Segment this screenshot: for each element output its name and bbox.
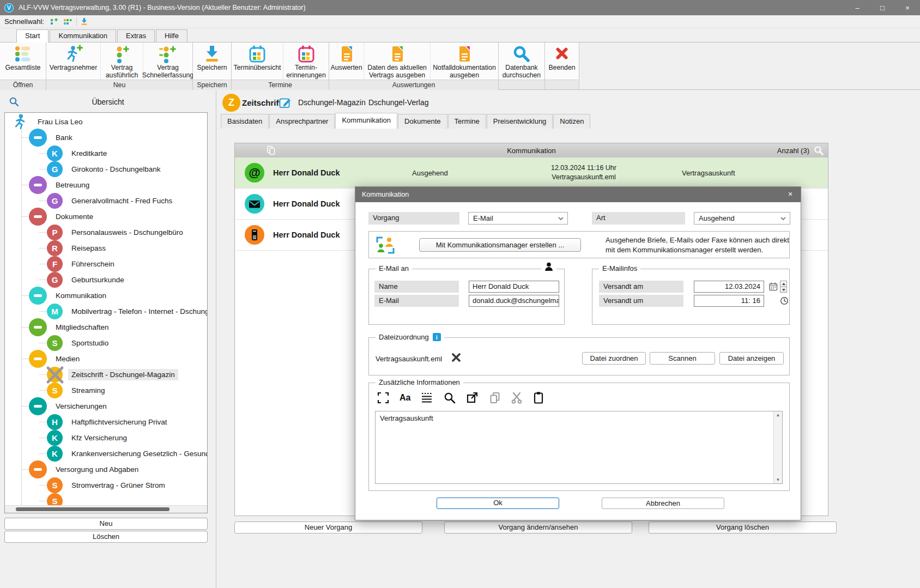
tree-item[interactable]: M Mobilvertrag - Telefon - Internet - Ds… <box>5 304 207 319</box>
datenbank-durchsuchen-button[interactable]: Datenbank durchsuchen <box>499 43 544 80</box>
neuer-vorgang-button[interactable]: Neuer Vorgang <box>234 522 422 534</box>
tree-horizontal-scrollbar[interactable] <box>5 505 207 513</box>
auswerten-button[interactable]: Auswerten <box>329 43 364 80</box>
maximize-button[interactable]: □ <box>870 0 895 15</box>
copy-text-icon[interactable] <box>489 391 501 405</box>
vertrag-schnellerfassung-button[interactable]: Vertrag Schnellerfassung <box>143 43 192 80</box>
content-tab[interactable]: Basisdaten <box>221 114 269 129</box>
content-tab[interactable]: Notizen <box>553 114 590 129</box>
contract-initial-badge: Z <box>222 94 240 112</box>
tree-item[interactable]: Frau Lisa Leo <box>5 114 207 130</box>
tree-item[interactable]: Bank <box>5 130 207 146</box>
spinner-up-icon[interactable] <box>780 281 787 287</box>
datei-zuordnen-button[interactable]: Datei zuordnen <box>582 352 646 365</box>
tree-item[interactable]: G Generalvollmacht - Fred Fuchs <box>5 193 207 209</box>
tree-item[interactable]: Versicherungen <box>5 398 207 414</box>
cut-icon[interactable] <box>511 391 523 405</box>
speichern-button[interactable]: Speichern <box>193 43 231 80</box>
content-tab[interactable]: Preisentwicklung <box>487 114 553 129</box>
content-tab[interactable]: Kommunikation <box>335 113 397 129</box>
vorgang-select[interactable]: E-Mail <box>468 212 568 225</box>
copy-icon[interactable] <box>267 146 276 155</box>
tree-item[interactable]: S Sportstudio <box>5 335 207 351</box>
menu-tab[interactable]: Hilfe <box>156 29 187 42</box>
tree-item[interactable]: G Girokonto - Dschungelbank <box>5 161 207 177</box>
name-input[interactable]: Herr Donald Duck <box>469 281 559 293</box>
dialog-close-icon[interactable]: × <box>785 190 795 198</box>
tree-item[interactable]: S Stromvertrag - Grüner Strom <box>5 477 207 493</box>
terminerinnerungen-button[interactable]: Termin-erinnerungen <box>283 43 329 80</box>
menu-tab[interactable]: Start <box>16 29 49 43</box>
abbrechen-button[interactable]: Abbrechen <box>602 498 724 509</box>
tree-item[interactable]: S Streaming <box>5 383 207 398</box>
tree-item[interactable]: F Führerschein <box>5 256 207 272</box>
art-select[interactable]: Ausgehend <box>694 212 790 225</box>
scannen-button[interactable]: Scannen <box>650 352 715 365</box>
tree-item[interactable]: Medien <box>5 351 207 367</box>
tree-item[interactable]: K Kreditkarte <box>5 146 207 161</box>
email-input[interactable]: donald.duck@dschungelmag <box>469 295 559 307</box>
vertrag-ausfuehrlich-button[interactable]: Vertrag ausführlich <box>101 43 143 80</box>
tree-item[interactable]: Versorgung und Abgaben <box>5 462 207 477</box>
remove-file-icon[interactable] <box>451 352 462 363</box>
content-tab[interactable]: Dokumente <box>398 114 447 129</box>
scrollbar-thumb[interactable] <box>16 507 170 511</box>
tree-item[interactable]: R Reisepass <box>5 240 207 256</box>
tree-new-button[interactable]: Neu <box>4 518 208 530</box>
vertragsnehmer-button[interactable]: Vertragsnehmer <box>46 43 101 80</box>
gesamtliste-button[interactable]: Gesamtliste <box>0 43 46 80</box>
tree-item[interactable]: P Personalausweis - Dschungelbüro <box>5 225 207 240</box>
contact-person-icon[interactable] <box>541 262 556 271</box>
date-spinner[interactable] <box>780 281 787 293</box>
tree-item[interactable]: Kommunikation <box>5 288 207 304</box>
list-search-icon[interactable] <box>814 146 824 155</box>
tree-item[interactable]: H Haftpflichtversicherung Privat <box>5 414 207 430</box>
calendar-small-icon[interactable] <box>769 282 778 291</box>
beenden-button[interactable]: Beenden <box>545 43 579 80</box>
spinner-down-icon[interactable] <box>780 287 787 293</box>
tree-item[interactable]: Betreuung <box>5 177 207 193</box>
clock-icon[interactable] <box>780 296 789 305</box>
paragraph-format-icon[interactable] <box>420 391 433 405</box>
tree-delete-button[interactable]: Löschen <box>4 531 208 543</box>
scroll-down-icon[interactable]: ▼ <box>774 477 782 482</box>
paste-clipboard-icon[interactable] <box>532 391 544 405</box>
datei-anzeigen-button[interactable]: Datei anzeigen <box>719 352 784 365</box>
kommunikationsmanager-button[interactable]: Mit Kommunikationsmanager erstellen ... <box>419 238 581 252</box>
tree-item[interactable]: G Geburtsurkunde <box>5 272 207 288</box>
quick-save-icon[interactable] <box>80 17 88 26</box>
fullscreen-icon[interactable] <box>377 391 390 405</box>
tree-item[interactable]: Dokumente <box>5 209 207 225</box>
vorgang-aendern-button[interactable]: Vorgang ändern/ansehen <box>444 522 632 534</box>
quick-new-contract-icon[interactable] <box>50 17 58 26</box>
textarea-scrollbar[interactable]: ▲ ▼ <box>773 411 782 483</box>
info-icon[interactable]: i <box>433 333 441 341</box>
communication-row[interactable]: @ Herr Donald Duck Ausgehend 12.03.2024 … <box>235 157 828 189</box>
ok-button[interactable]: Ok <box>437 498 559 509</box>
edit-icon[interactable] <box>279 96 292 108</box>
tree-item[interactable]: Mitgliedschaften <box>5 319 207 335</box>
tree-item[interactable]: K Kfz Versicherung <box>5 430 207 446</box>
close-button[interactable]: × <box>895 0 920 15</box>
notfalldokumentation-button[interactable]: Notfalldokumentation ausgeben <box>431 43 498 80</box>
versandt-um-input[interactable]: 11: 16 <box>694 295 764 307</box>
scroll-up-icon[interactable]: ▲ <box>774 413 782 417</box>
tree-item[interactable]: K Krankenversicherung Gesetzlich - Gesun… <box>5 446 207 462</box>
content-tab[interactable]: Termine <box>448 114 486 129</box>
tree-item[interactable]: Zeitschrift - Dschungel-Magazin <box>5 367 207 383</box>
zusatz-text[interactable]: Vertragsauskunft <box>376 411 773 483</box>
minimize-button[interactable]: – <box>845 0 870 15</box>
content-tab[interactable]: Ansprechpartner <box>269 114 335 129</box>
menu-tab[interactable]: Kommunikation <box>50 29 116 42</box>
font-size-icon[interactable]: Aa <box>400 391 410 405</box>
daten-ausgeben-button[interactable]: Daten des aktuellen Vertrags ausgeben <box>364 43 431 80</box>
versandt-am-input[interactable]: 12.03.2024 <box>694 281 764 293</box>
quick-new-detailed-icon[interactable] <box>63 17 72 26</box>
tree-item[interactable]: S <box>5 493 207 505</box>
zusatz-text-area[interactable]: Vertragsauskunft ▲ ▼ <box>375 411 783 484</box>
terminuebersicht-button[interactable]: Terminübersicht <box>232 43 283 80</box>
menu-tab[interactable]: Extras <box>117 29 155 42</box>
vorgang-loeschen-button[interactable]: Vorgang löschen <box>649 522 837 534</box>
open-external-icon[interactable] <box>466 391 479 405</box>
search-text-icon[interactable] <box>443 391 456 405</box>
